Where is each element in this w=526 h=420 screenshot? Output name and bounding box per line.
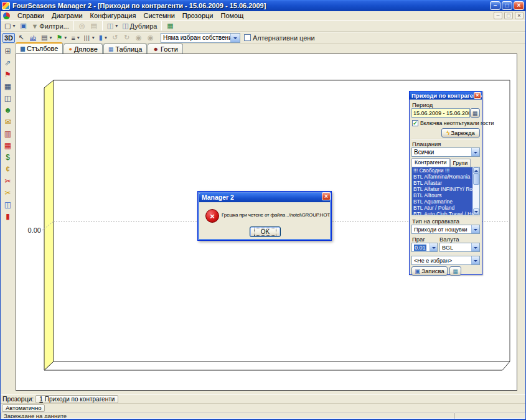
- menu-item[interactable]: Прозорци: [179, 11, 217, 20]
- legend-button[interactable]: ▤ ▾: [39, 33, 54, 43]
- contractor-item[interactable]: BTL Atur / Poland: [412, 205, 472, 211]
- report-window-icon[interactable]: [3, 12, 10, 19]
- filters-button[interactable]: ▼ Филтри...: [29, 21, 70, 31]
- scroll-down-button[interactable]: [473, 208, 479, 215]
- view-tab[interactable]: ▦ Таблица: [103, 44, 148, 54]
- zoom-out-button[interactable]: ◉: [133, 33, 144, 43]
- list-scrollbar[interactable]: [472, 167, 479, 215]
- window-tab-button[interactable]: 1 Приходи по контрагенти: [35, 395, 118, 403]
- restore-button[interactable]: □: [502, 1, 512, 10]
- horizontal-grid-button[interactable]: ≡ ▾: [69, 33, 81, 43]
- vertical-grid-button[interactable]: ||| ▾: [82, 33, 96, 43]
- windows-icon[interactable]: ⊞: [2, 45, 14, 57]
- threshold-combo[interactable]: 0.01: [411, 243, 438, 252]
- pointer-button[interactable]: ↖: [16, 33, 27, 43]
- load-button-label: Зарежда: [451, 129, 475, 136]
- minimize-button[interactable]: –: [490, 1, 500, 10]
- menu-item[interactable]: Справки: [14, 11, 48, 20]
- print-preview-button[interactable]: ◎: [77, 21, 88, 31]
- chart-settings-button[interactable]: ▦: [164, 21, 176, 31]
- window-tab-number: 1: [39, 396, 43, 403]
- dialog-close-button[interactable]: ×: [322, 192, 331, 200]
- menu-item[interactable]: Конфигурация: [87, 11, 140, 20]
- contractor-tabs: КонтрагентиГрупи: [411, 158, 471, 167]
- calendar-button[interactable]: ▦: [470, 108, 480, 118]
- guests-icon[interactable]: ☻: [2, 104, 14, 116]
- restrictions-icon[interactable]: ✂: [2, 175, 14, 187]
- panel-tab[interactable]: Групи: [450, 159, 471, 167]
- bar-style-button[interactable]: ▮ ▾: [97, 33, 109, 43]
- ok-button[interactable]: OK: [250, 226, 281, 237]
- chevron-down-icon[interactable]: [430, 243, 437, 251]
- menu-item[interactable]: Диаграми: [48, 11, 87, 20]
- duplicate-button[interactable]: ◫ Дублира: [120, 21, 159, 31]
- chevron-down-icon[interactable]: [230, 34, 240, 42]
- contractor-item[interactable]: BTL Alfastar: [412, 180, 472, 186]
- new-report-button[interactable]: ▢ ▾: [2, 21, 17, 31]
- contractor-item[interactable]: BTL Alltours: [412, 192, 472, 198]
- contractor-item[interactable]: !!! Свободни !!!: [412, 167, 472, 174]
- mdi-close-button[interactable]: ×: [515, 12, 524, 19]
- alt-prices-label: Алтернативни цени: [253, 34, 315, 42]
- view-tab[interactable]: ☻ Гости: [148, 44, 183, 54]
- save-template-button[interactable]: ▣ Записва: [411, 266, 448, 276]
- copy-button[interactable]: ◫ ▾: [105, 21, 120, 31]
- alt-prices-checkbox[interactable]: [244, 34, 251, 41]
- contractor-item[interactable]: BTL Alfamnina/Romania: [412, 174, 472, 180]
- rotate-cw-button[interactable]: ↻: [121, 33, 133, 43]
- panel-tab[interactable]: Контрагенти: [411, 158, 450, 167]
- chevron-down-icon[interactable]: [471, 256, 479, 264]
- include-guests-checkbox[interactable]: ✓: [412, 120, 418, 126]
- occupancy-grid-icon[interactable]: ▦: [2, 139, 14, 151]
- error-icon: ×: [205, 209, 219, 223]
- prices-cut-icon[interactable]: ✂: [2, 187, 14, 198]
- panel-close-button[interactable]: ×: [474, 92, 481, 99]
- chevron-down-icon[interactable]: [471, 225, 479, 233]
- contractor-item[interactable]: BTL Auto Club Travel / Hunga: [412, 211, 472, 215]
- documents-icon[interactable]: ◫: [2, 198, 14, 210]
- archive-icon[interactable]: ▥: [2, 128, 14, 139]
- chevron-down-icon[interactable]: [471, 148, 479, 156]
- mode-3d-button[interactable]: 3D: [2, 33, 15, 43]
- grid-view-button[interactable]: ▦: [449, 266, 461, 276]
- statistics-icon[interactable]: ▮: [2, 210, 14, 222]
- mail-folder-icon[interactable]: ✉: [2, 116, 14, 128]
- chevron-down-icon[interactable]: [471, 243, 479, 251]
- menu-item[interactable]: Системни: [139, 11, 178, 20]
- rotate-ccw-button[interactable]: ↺: [110, 33, 121, 43]
- contractors-list: !!! Свободни !!!BTL Alfamnina/RomaniaBTL…: [411, 167, 480, 215]
- payments-select[interactable]: Всички: [411, 147, 480, 157]
- report-flags-icon[interactable]: ⚑: [2, 68, 14, 80]
- menu-item[interactable]: Помощ: [217, 11, 247, 20]
- automatic-button[interactable]: Автоматично: [2, 404, 45, 412]
- error-dialog: Manager 2 × × Грешка при четене от файла…: [197, 191, 332, 241]
- close-button[interactable]: ×: [514, 1, 524, 10]
- zoom-in-button[interactable]: ◉: [145, 33, 156, 43]
- mdi-restore-button[interactable]: □: [504, 12, 513, 19]
- period-input[interactable]: 15.06.2009 - 15.06.2009: [411, 108, 470, 118]
- marks-button[interactable]: ⚑ ▾: [54, 33, 68, 43]
- contractor-item[interactable]: BTL Aquamarine: [412, 198, 472, 205]
- scroll-thumb[interactable]: [473, 174, 479, 185]
- view-tab[interactable]: ● Дялове: [63, 44, 102, 54]
- view-tab[interactable]: ▆ Стълбове: [16, 42, 63, 54]
- currency-icon[interactable]: $: [2, 151, 14, 163]
- save-button[interactable]: ▣: [17, 21, 29, 31]
- template-select[interactable]: <Не е избран>: [411, 256, 480, 265]
- mdi-controls: – □ ×: [494, 12, 524, 19]
- calendar-report-icon[interactable]: ◫: [2, 92, 14, 104]
- owner-select[interactable]: Няма избран собственици: [161, 33, 240, 43]
- scroll-up-button[interactable]: [473, 167, 479, 174]
- calendar-icon[interactable]: ▦: [2, 80, 14, 92]
- mdi-minimize-button[interactable]: –: [494, 12, 502, 19]
- filters-label: Филтри...: [39, 22, 68, 30]
- export-report-icon[interactable]: ⇗: [2, 57, 14, 68]
- floppy-icon: ▣: [415, 268, 420, 274]
- currency-combo[interactable]: BGL: [439, 243, 480, 252]
- payments-icon[interactable]: ¢: [2, 163, 14, 175]
- contractor-item[interactable]: BTL Alfatur INFINITY/ Romani: [412, 186, 472, 192]
- load-button[interactable]: ϟ Зарежда: [441, 128, 480, 138]
- point-labels-button[interactable]: ab: [27, 33, 39, 43]
- report-type-select[interactable]: Приходи от нощувки: [411, 225, 480, 234]
- print-button[interactable]: ▤: [88, 21, 100, 31]
